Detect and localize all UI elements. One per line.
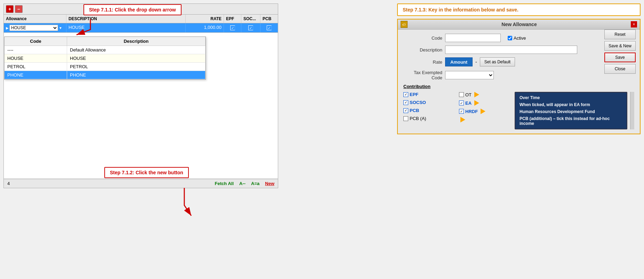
ot-arrow-icon bbox=[474, 92, 479, 97]
epf-check-cell[interactable]: ✓ bbox=[224, 23, 241, 32]
contribution-section: Contribution ✓ EPF ✓ SOCSO ✓ bbox=[403, 84, 634, 129]
col-pcb: PCB bbox=[260, 15, 278, 23]
amount-button[interactable]: Amount bbox=[445, 57, 473, 66]
dropdown-arrow-icon[interactable]: ▼ bbox=[59, 26, 62, 30]
scrollbar[interactable] bbox=[630, 92, 634, 129]
drop-desc-1: HOUSE bbox=[67, 54, 206, 62]
pcba-check[interactable] bbox=[403, 116, 408, 121]
active-checkbox[interactable] bbox=[508, 36, 512, 40]
ot-check[interactable] bbox=[459, 92, 464, 97]
arrow-2 bbox=[167, 188, 202, 223]
contrib-col-middle: OT ✓ EA ✓ HRDF bbox=[459, 92, 515, 122]
dropdown-row-phone[interactable]: PHONE PHONE bbox=[5, 71, 206, 79]
ea-label: EA bbox=[465, 101, 472, 106]
col-epf: EPF bbox=[224, 15, 241, 23]
dialog-body: Reset Save & New Save Close Code Active … bbox=[398, 30, 640, 134]
dropdown-row-petrol[interactable]: PETROL PETROL bbox=[5, 63, 206, 71]
col-soc: SOC... bbox=[241, 15, 260, 23]
selected-rate: 1,000.00 bbox=[186, 23, 224, 32]
drop-desc-header: Description bbox=[67, 37, 206, 46]
dialog-title: New Allowance bbox=[410, 22, 628, 27]
drop-code-header: Code bbox=[5, 37, 67, 46]
pcb-label: PCB bbox=[410, 108, 419, 113]
epf-check[interactable]: ✓ bbox=[403, 92, 408, 97]
step-3-text: Step 7.1.3: Key in the information below… bbox=[403, 7, 518, 13]
code-input[interactable] bbox=[445, 34, 501, 42]
drop-desc-2: PETROL bbox=[67, 63, 206, 71]
reset-button[interactable]: Reset bbox=[604, 30, 636, 39]
ea-check[interactable]: ✓ bbox=[459, 101, 464, 105]
col-rate: RATE bbox=[186, 15, 224, 23]
description-input[interactable] bbox=[445, 46, 577, 54]
rate-label: Rate bbox=[403, 59, 445, 65]
hrdf-arrow-icon bbox=[481, 109, 485, 114]
add-button[interactable]: + bbox=[6, 5, 14, 13]
ea-arrow-icon bbox=[474, 100, 479, 106]
rate-dash: - bbox=[475, 59, 477, 65]
description-row: Description bbox=[403, 46, 634, 54]
step-2-text: Step 7.1.2: Click the new button bbox=[110, 170, 183, 175]
socso-label: SOCSO bbox=[410, 100, 426, 105]
allowance-table-panel: + – Allowance DESCRIPTION RATE EPF SOC..… bbox=[3, 3, 278, 188]
tax-label: Tax Exempted Code bbox=[403, 70, 445, 80]
rate-row: Rate Amount - Set as Default bbox=[403, 57, 634, 66]
ot-info-title: Over Time bbox=[520, 95, 622, 100]
remove-button[interactable]: – bbox=[15, 5, 23, 13]
pcb-check[interactable]: ✓ bbox=[403, 108, 408, 113]
allowance-cell[interactable]: ▶ HOUSE ▼ bbox=[4, 23, 66, 32]
drop-desc-0: Default Allowance bbox=[67, 46, 206, 54]
dropdown-row-house[interactable]: HOUSE HOUSE bbox=[5, 54, 206, 63]
drop-code-1: HOUSE bbox=[5, 54, 67, 62]
contrib-pcba-arrow bbox=[459, 117, 515, 122]
epf-label: EPF bbox=[410, 92, 418, 97]
a-eq-link[interactable]: A=a bbox=[251, 181, 259, 186]
socso-check[interactable]: ✓ bbox=[403, 100, 408, 105]
save-new-button[interactable]: Save & New bbox=[604, 41, 636, 51]
new-link[interactable]: New bbox=[265, 181, 274, 186]
selected-table-row[interactable]: ▶ HOUSE ▼ HOUSE 1,000.00 ✓ ✓ ✓ bbox=[4, 23, 278, 33]
contribution-title: Contribution bbox=[403, 84, 634, 89]
row-count: 4 bbox=[7, 181, 215, 186]
contrib-epf: ✓ EPF bbox=[403, 92, 459, 97]
epf-checkbox[interactable]: ✓ bbox=[230, 25, 235, 30]
pcba-arrow-icon bbox=[460, 117, 465, 122]
right-panel: Step 7.1.3: Key in the information below… bbox=[397, 3, 641, 134]
code-row: Code Active bbox=[403, 34, 634, 42]
hrdf-check[interactable]: ✓ bbox=[459, 109, 464, 114]
active-label: Active bbox=[514, 35, 526, 41]
close-button[interactable]: Close bbox=[604, 64, 636, 74]
dialog-icon: 🏷 bbox=[401, 21, 408, 28]
pcb-checkbox[interactable]: ✓ bbox=[267, 25, 272, 30]
tax-select[interactable] bbox=[445, 71, 494, 79]
fetch-all-link[interactable]: Fetch All bbox=[215, 181, 234, 186]
contrib-col-left: ✓ EPF ✓ SOCSO ✓ PCB PCB bbox=[403, 92, 459, 121]
contrib-socso: ✓ SOCSO bbox=[403, 100, 459, 105]
set-default-button[interactable]: Set as Default bbox=[480, 57, 515, 66]
step-1-text: Step 7.1.1: Click the drop down arrow bbox=[89, 7, 176, 13]
hrdf-info-title: Human Resources Development Fund bbox=[520, 109, 622, 114]
dropdown-row-default[interactable]: ---- Default Allowance bbox=[5, 46, 206, 54]
description-label: Description bbox=[403, 47, 445, 53]
code-label: Code bbox=[403, 35, 445, 41]
save-button[interactable]: Save bbox=[604, 53, 636, 62]
ot-label: OT bbox=[465, 92, 472, 97]
info-box: Over Time When ticked, will appear in EA… bbox=[515, 92, 627, 129]
step-2-callout: Step 7.1.2: Click the new button bbox=[104, 167, 189, 178]
step-3-box: Step 7.1.3: Key in the information below… bbox=[397, 3, 641, 16]
step-1-callout: Step 7.1.1: Click the drop down arrow bbox=[83, 4, 182, 15]
drop-code-0: ---- bbox=[5, 46, 67, 54]
dropdown-panel[interactable]: Code Description ---- Default Allowance … bbox=[4, 37, 206, 80]
new-allowance-dialog: 🏷 New Allowance × Reset Save & New Save … bbox=[397, 19, 641, 134]
contrib-ea: ✓ EA bbox=[459, 100, 515, 106]
drop-code-3: PHONE bbox=[5, 71, 67, 79]
pcb-check-cell[interactable]: ✓ bbox=[260, 23, 278, 32]
hrdf-label: HRDF bbox=[465, 109, 478, 114]
allowance-select[interactable]: HOUSE bbox=[9, 25, 58, 31]
soc-checkbox[interactable]: ✓ bbox=[248, 25, 253, 30]
dialog-title-bar: 🏷 New Allowance × bbox=[398, 19, 640, 30]
selected-description: HOUSE bbox=[66, 23, 186, 32]
soc-check-cell[interactable]: ✓ bbox=[241, 23, 260, 32]
dialog-close-button[interactable]: × bbox=[631, 21, 637, 27]
a-dash-link[interactable]: A-- bbox=[239, 181, 245, 186]
contrib-pcb: ✓ PCB bbox=[403, 108, 459, 113]
